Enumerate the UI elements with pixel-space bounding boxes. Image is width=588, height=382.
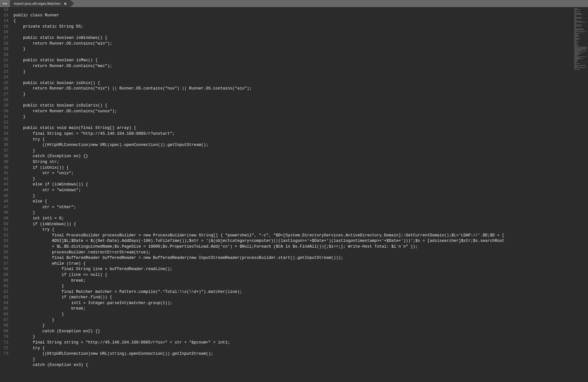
minimap-line xyxy=(574,67,585,68)
minimap-line xyxy=(574,63,580,64)
minimap-line xyxy=(574,24,576,24)
tab-bar: ◀ ▶ import java.util.regex.Matcher; xyxy=(0,0,588,7)
minimap-line xyxy=(574,30,584,30)
minimap-line xyxy=(574,13,582,14)
minimap-line xyxy=(574,31,585,32)
minimap-line xyxy=(574,12,576,13)
minimap-line xyxy=(574,10,576,11)
minimap-line xyxy=(574,40,576,41)
minimap-line xyxy=(574,60,577,61)
minimap-line xyxy=(574,35,579,36)
minimap-line xyxy=(574,55,579,55)
minimap-line xyxy=(574,50,582,50)
minimap-line xyxy=(574,18,582,19)
minimap-line xyxy=(574,30,577,31)
minimap-line xyxy=(574,27,576,27)
minimap-line xyxy=(574,33,580,34)
minimap-line xyxy=(574,36,579,37)
minimap-line xyxy=(574,22,585,22)
minimap-line xyxy=(574,54,580,54)
code-content[interactable]: public class Runner { private static Str… xyxy=(11,7,574,382)
minimap[interactable] xyxy=(574,7,588,382)
editor: 12 13 14 15 16 17 18 19 20 21 22 23 24 2… xyxy=(0,7,588,382)
minimap-line xyxy=(574,44,577,45)
minimap-line xyxy=(574,29,583,29)
minimap-line xyxy=(574,11,580,12)
minimap-line xyxy=(574,38,580,39)
minimap-line xyxy=(574,23,576,23)
minimap-line xyxy=(574,68,576,69)
nav-forward-icon[interactable]: ▶ xyxy=(5,2,7,5)
minimap-line xyxy=(574,62,576,63)
minimap-line xyxy=(574,55,577,56)
minimap-line xyxy=(574,41,577,42)
tab-nav-arrows: ◀ ▶ xyxy=(0,2,10,5)
minimap-line xyxy=(574,43,576,44)
minimap-line xyxy=(574,37,576,38)
minimap-line xyxy=(574,25,582,25)
minimap-line xyxy=(574,52,579,52)
minimap-line xyxy=(574,9,580,10)
minimap-line xyxy=(574,46,577,47)
tab-title: import java.util.regex.Matcher; xyxy=(14,0,61,7)
minimap-line xyxy=(574,47,587,47)
minimap-line xyxy=(574,8,577,9)
minimap-line xyxy=(574,66,577,67)
minimap-line xyxy=(574,26,582,26)
minimap-line xyxy=(574,17,582,18)
minimap-line xyxy=(574,57,580,58)
minimap-line xyxy=(574,48,587,48)
minimap-line xyxy=(574,39,579,40)
nav-back-icon[interactable]: ◀ xyxy=(3,2,4,5)
minimap-line xyxy=(574,15,576,16)
minimap-line xyxy=(574,34,577,35)
minimap-line xyxy=(574,58,583,59)
line-number-gutter: 12 13 14 15 16 17 18 19 20 21 22 23 24 2… xyxy=(0,7,11,382)
editor-tab[interactable]: import java.util.regex.Matcher; xyxy=(10,0,70,7)
minimap-line xyxy=(574,56,585,57)
minimap-line xyxy=(574,53,583,53)
minimap-line xyxy=(574,59,579,60)
minimap-line xyxy=(574,21,582,21)
minimap-line xyxy=(574,69,580,70)
minimap-line xyxy=(574,32,576,33)
modified-dot-icon xyxy=(64,3,66,5)
minimap-line xyxy=(574,19,576,20)
minimap-line xyxy=(574,61,577,62)
minimap-line xyxy=(574,45,579,46)
minimap-line xyxy=(574,51,587,51)
minimap-line xyxy=(574,16,576,17)
minimap-line xyxy=(574,28,576,28)
minimap-line xyxy=(574,14,582,15)
minimap-line xyxy=(574,49,587,49)
minimap-line xyxy=(574,42,579,43)
minimap-line xyxy=(574,20,576,21)
minimap-line xyxy=(574,65,585,66)
minimap-line xyxy=(574,64,576,65)
